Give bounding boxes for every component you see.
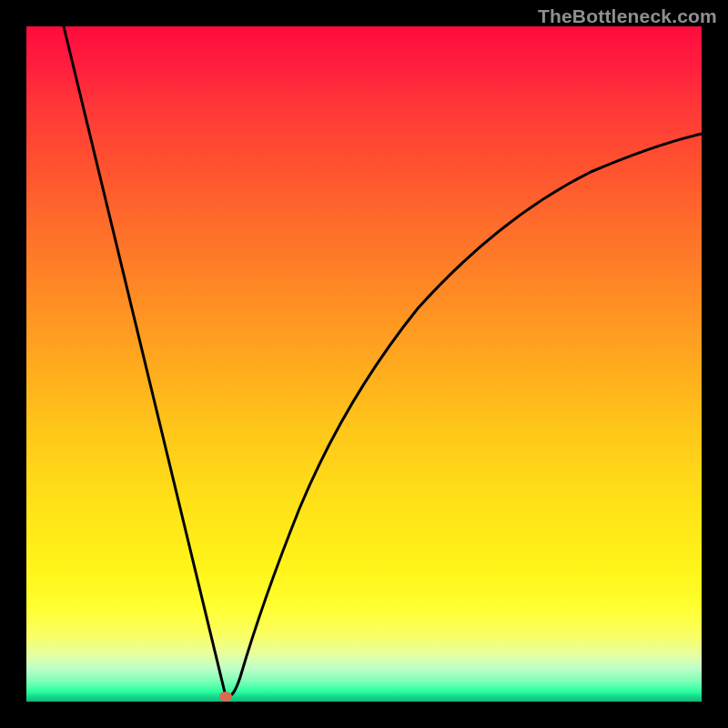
bottleneck-curve: [26, 26, 702, 702]
valley-marker: [219, 692, 232, 702]
watermark-text: TheBottleneck.com: [538, 5, 717, 27]
curve-path: [64, 26, 702, 697]
